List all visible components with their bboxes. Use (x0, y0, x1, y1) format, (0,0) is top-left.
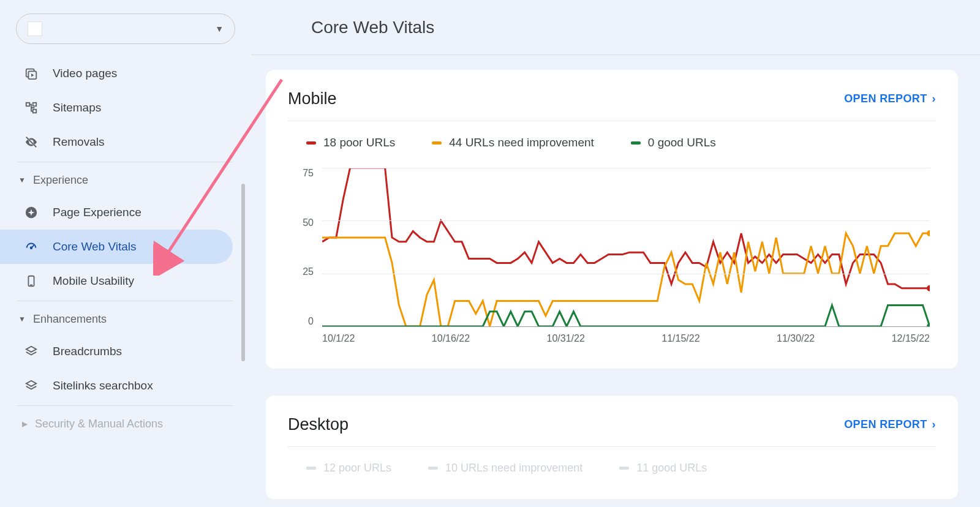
series-end-dot (927, 323, 930, 326)
sidebar-item-label: Sitelinks searchbox (53, 379, 153, 392)
sidebar-item-sitelinks-searchbox[interactable]: Sitelinks searchbox (0, 369, 233, 403)
chevron-right-icon: › (932, 92, 936, 105)
open-report-label: OPEN REPORT (844, 92, 927, 105)
legend-item: 12 poor URLs (306, 462, 391, 475)
x-tick-label: 10/31/22 (547, 333, 585, 351)
y-tick-label: 50 (303, 217, 314, 228)
x-tick-label: 10/1/22 (322, 333, 355, 351)
chevron-down-icon: ▼ (18, 315, 26, 323)
series-end-dot (927, 230, 930, 236)
page-title: Core Web Vitals (311, 18, 434, 37)
chevron-right-icon: ▸ (22, 417, 28, 430)
sitemap-icon (24, 101, 38, 115)
legend-label: 11 good URLs (636, 462, 707, 475)
legend-desktop: 12 poor URLs10 URLs need improvement11 g… (288, 462, 936, 475)
card-mobile: Mobile OPEN REPORT › 18 poor URLs44 URLs… (266, 70, 958, 369)
sidebar-item-label: Video pages (53, 67, 117, 80)
speed-icon (24, 240, 38, 254)
series-line (322, 305, 930, 326)
legend-swatch (428, 467, 438, 470)
legend-swatch (619, 467, 629, 470)
legend-label: 0 good URLs (648, 136, 716, 149)
main: Core Web Vitals Mobile OPEN REPORT › 18 … (251, 0, 980, 507)
x-tick-label: 10/16/22 (432, 333, 470, 351)
section-title: Security & Manual Actions (35, 418, 163, 430)
property-favicon (28, 21, 42, 36)
sidebar-section-experience[interactable]: ▼Experience (0, 165, 251, 195)
section-title: Enhancements (33, 313, 107, 326)
legend-label: 44 URLs need improvement (449, 136, 594, 149)
y-tick-label: 25 (303, 266, 314, 277)
series-line (322, 233, 930, 326)
sidebar-item-breadcrumbs[interactable]: Breadcrumbs (0, 334, 233, 369)
chevron-right-icon: › (932, 418, 936, 431)
x-tick-label: 11/15/22 (662, 333, 699, 351)
plot-area (322, 168, 930, 327)
x-tick-label: 11/30/22 (777, 333, 815, 351)
sidebar-item-label: Core Web Vitals (53, 240, 137, 254)
open-report-desktop[interactable]: OPEN REPORT › (844, 418, 936, 431)
sidebar-item-label: Breadcrumbs (53, 345, 122, 358)
gridline (322, 274, 930, 274)
sidebar-item-label: Mobile Usability (53, 274, 134, 288)
chevron-down-icon: ▼ (18, 176, 26, 184)
svg-point-8 (31, 247, 32, 249)
series-end-dot (927, 285, 930, 291)
scrollbar-thumb[interactable] (241, 184, 245, 361)
legend-item: 18 poor URLs (306, 136, 395, 149)
x-axis-labels: 10/1/2210/16/2210/31/2211/15/2211/30/221… (322, 333, 930, 351)
x-tick-label: 12/15/22 (892, 333, 930, 351)
sidebar-item-core-web-vitals[interactable]: Core Web Vitals (0, 230, 233, 264)
content: Mobile OPEN REPORT › 18 poor URLs44 URLs… (251, 55, 980, 499)
legend-label: 12 poor URLs (323, 462, 391, 475)
sidebar: ▼ Video pagesSitemapsRemovals ▼Experienc… (0, 0, 251, 507)
card-desktop: Desktop OPEN REPORT › 12 poor URLs10 URL… (266, 396, 958, 499)
legend-swatch (306, 467, 316, 470)
sidebar-item-sitemap[interactable]: Sitemaps (0, 91, 233, 125)
legend-label: 18 poor URLs (323, 136, 395, 149)
property-selector[interactable]: ▼ (16, 13, 235, 44)
chart-mobile: 7550250 10/1/2210/16/2210/31/2211/15/221… (288, 168, 936, 351)
sidebar-item-label: Page Experience (53, 206, 141, 219)
sidebar-item-video[interactable]: Video pages (0, 56, 233, 91)
legend-swatch (432, 141, 442, 145)
divider (17, 405, 233, 406)
sidebar-section-enhancements[interactable]: ▼Enhancements (0, 304, 251, 334)
y-axis-labels: 7550250 (288, 168, 317, 327)
layers-icon (24, 379, 38, 392)
layers-icon (24, 345, 38, 358)
sidebar-item-mobile-usability[interactable]: Mobile Usability (0, 264, 233, 298)
legend-item: 11 good URLs (619, 462, 707, 475)
chevron-down-icon: ▼ (215, 24, 224, 34)
gridline (322, 168, 930, 168)
card-title-desktop: Desktop (288, 415, 349, 434)
y-tick-label: 75 (303, 168, 314, 179)
sidebar-item-removal[interactable]: Removals (0, 125, 233, 159)
legend-mobile: 18 poor URLs44 URLs need improvement0 go… (288, 136, 936, 149)
legend-item: 10 URLs need improvement (428, 462, 582, 475)
sidebar-section-security[interactable]: ▸ Security & Manual Actions (0, 408, 251, 439)
open-report-mobile[interactable]: OPEN REPORT › (844, 92, 936, 105)
sparkle-icon (24, 206, 38, 219)
y-tick-label: 0 (308, 316, 314, 327)
phone-icon (24, 274, 38, 288)
sidebar-item-page-experience[interactable]: Page Experience (0, 195, 233, 230)
sidebar-item-label: Removals (53, 135, 104, 149)
divider (17, 301, 233, 301)
video-icon (24, 67, 38, 80)
removal-icon (24, 135, 38, 149)
svg-rect-3 (33, 103, 37, 107)
page-header: Core Web Vitals (251, 0, 980, 55)
svg-rect-4 (33, 110, 37, 113)
legend-item: 44 URLs need improvement (432, 136, 594, 149)
open-report-label: OPEN REPORT (844, 418, 927, 431)
card-title-mobile: Mobile (288, 89, 337, 108)
legend-swatch (631, 141, 641, 145)
sidebar-item-label: Sitemaps (53, 101, 101, 115)
legend-item: 0 good URLs (631, 136, 716, 149)
section-title: Experience (33, 174, 88, 187)
svg-rect-2 (26, 103, 30, 107)
gridline (322, 220, 930, 221)
legend-swatch (306, 141, 316, 145)
sidebar-nav-top: Video pagesSitemapsRemovals (0, 56, 251, 159)
